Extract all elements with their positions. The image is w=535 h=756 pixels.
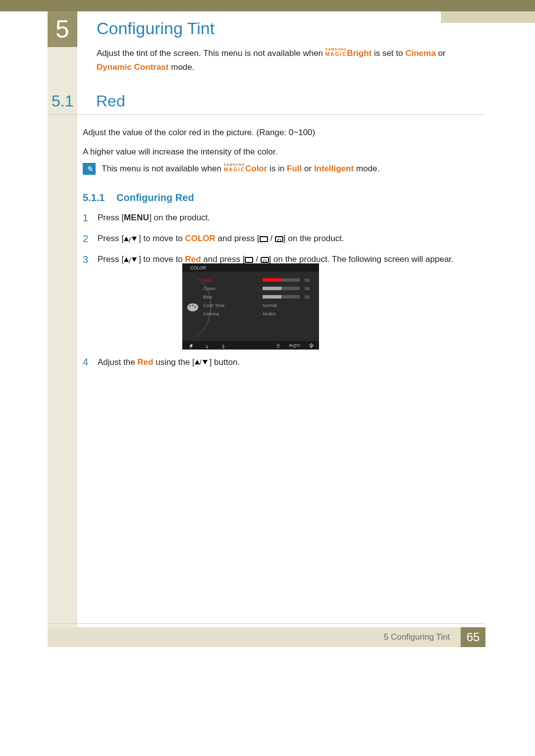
rect-key-icon [260,236,268,242]
footer-page-number: 65 [461,627,485,647]
section-number: 5.1 [52,92,73,110]
step-2: 2 Press [/] to move to COLOR and press [… [83,231,479,246]
up-down-icon: / [195,359,210,366]
step-2-text: Press [/] to move to COLOR and press [ /… [98,232,344,245]
note-color: Color [245,164,267,173]
step-3-number: 3 [83,252,89,267]
osd-row-value: 50 [300,295,310,300]
osd-row-label: Green [203,286,259,291]
footer-chapter-label: 5 Configuring Tint [48,627,457,647]
osd-row-red: Red : 50 [203,276,313,284]
footer-divider [48,623,485,624]
footer-bar: 5 Configuring Tint 65 [0,627,535,647]
intro-text-4: mode. [171,62,194,72]
osd-row-label: Gamma [203,311,259,316]
osd-footer: ◀ − + ⏎ AUTO ⏻ [182,341,319,350]
note-full: Full [287,164,302,173]
subsection-number: 5.1.1 [83,192,105,203]
osd-slider-blue [263,295,300,299]
osd-screenshot: COLOR Red : 50 Green : 50 Blue : 50 [182,263,319,350]
osd-row-value: 50 [300,278,310,283]
osd-rows: Red : 50 Green : 50 Blue : 50 Color Tone… [203,276,313,318]
osd-row-label: Color Tone [203,303,259,308]
up-down-icon: / [124,256,139,263]
osd-footer-back-icon: ◀ [182,343,199,348]
note-intelligent: Intelligent [314,164,354,173]
step-1-number: 1 [83,210,89,225]
subsection-title: Configuring Red [116,192,194,203]
paragraph-2: A higher value will increase the intensi… [83,146,479,158]
step-1: 1 Press [MENU] on the product. [83,210,479,225]
step-3-red: Red [185,254,201,264]
note-t3: or [304,164,314,173]
osd-row-value: Mode1 [263,311,313,316]
intro-bright: Bright [347,49,372,58]
note-text: This menu is not available when MAGICCol… [102,164,379,174]
samsung-magic-label-2: MAGIC [224,167,245,172]
step-1-text: Press [MENU] on the product. [98,211,210,224]
paragraph-1: Adjust the value of the color red in the… [83,126,479,139]
header-band [0,0,535,11]
chapter-title: Configuring Tint [97,19,214,38]
osd-slider-red [263,278,300,282]
intro-dynamic-contrast: Dynamic Contrast [97,62,168,72]
step-4-text: Adjust the Red using the [/] button. [98,357,240,367]
osd-row-blue: Blue : 50 [203,293,313,301]
intro-cinema: Cinema [405,49,435,58]
osd-row-value: 50 [300,286,310,291]
intro-paragraph: Adjust the tint of the screen. This menu… [97,47,481,74]
step-2-color: COLOR [185,234,215,243]
note-t1: This menu is not available when [102,164,224,173]
osd-footer-minus-icon: − [199,343,215,348]
osd-row-value: Normal [263,303,313,308]
osd-footer-auto: AUTO [286,343,303,348]
step-4-number: 4 [83,356,89,368]
menu-key: MENU [124,213,149,222]
palette-icon [187,303,198,311]
intro-text-2: is set to [374,49,405,58]
osd-slider-green [263,287,300,290]
header-band-light [441,11,535,23]
section-title: Red [96,92,125,110]
osd-footer-power-icon: ⏻ [303,343,319,348]
chapter-number-box: 5 [48,11,77,47]
osd-row-green: Green : 50 [203,284,313,293]
osd-body: Red : 50 Green : 50 Blue : 50 Color Tone… [182,272,319,341]
up-down-icon: / [124,236,139,243]
step-4-red: Red [137,357,153,367]
osd-row-label: Blue [203,295,259,300]
chapter-number: 5 [55,15,69,44]
osd-row-label: Red [203,278,259,283]
osd-header: COLOR [182,263,319,272]
osd-footer-plus-icon: + [215,343,231,348]
note-row: ✎ This menu is not available when MAGICC… [83,163,479,175]
section-underline [48,114,485,115]
samsung-magic-label: MAGIC [325,52,347,57]
step-2-number: 2 [83,231,89,246]
rect-key-icon [245,257,253,263]
osd-row-gamma: Gamma : Mode1 [203,309,313,318]
source-key-icon [261,257,269,263]
note-icon: ✎ [83,163,96,175]
source-key-icon [275,236,283,242]
osd-row-colortone: Color Tone : Normal [203,301,313,309]
step-4: 4 Adjust the Red using the [/] button. [83,356,479,368]
intro-text-3: or [438,49,445,58]
note-t4: mode. [356,164,379,173]
osd-footer-enter-icon: ⏎ [270,343,286,348]
intro-text-1: Adjust the tint of the screen. This menu… [97,49,325,58]
note-t2: is in [269,164,287,173]
